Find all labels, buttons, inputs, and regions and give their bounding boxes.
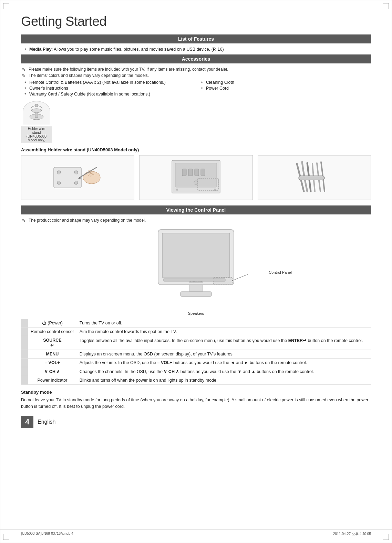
control-panel-section: Viewing the Control Panel The product co…	[21, 205, 371, 428]
holder-wire-section: Holder wire stand (UN40D5003 Model only)	[21, 101, 371, 143]
svg-point-8	[74, 181, 78, 184]
assembling-svg-2	[165, 157, 227, 198]
svg-point-20	[176, 189, 178, 191]
row-label-2: Remote control sensor	[28, 328, 77, 336]
accessory-item-1: Remote Control & Batteries (AAA x 2) (No…	[24, 80, 194, 85]
row-desc-4: Displays an on-screen menu, the OSD (on …	[77, 350, 371, 359]
svg-rect-17	[195, 169, 199, 176]
control-panel-label: Control Panel	[269, 270, 292, 274]
accessories-note1: Please make sure the following items are…	[21, 67, 371, 72]
table-row: ∨ CH ∧ Changes the channels. In the OSD,…	[21, 367, 371, 376]
viewing-control-panel-header: Viewing the Control Panel	[21, 205, 371, 214]
accessories-list-2: Cleaning Cloth Power Cord	[201, 80, 371, 91]
standby-title: Standby mode	[21, 390, 371, 395]
accessories-list-1: Remote Control & Batteries (AAA x 2) (No…	[24, 80, 194, 97]
tv-diagram-svg: SAMSUNG	[141, 226, 251, 305]
table-row: SOURCE↵ Toggles between all the availabl…	[21, 336, 371, 350]
holder-wire-caption: Holder wire stand (UN40D5003 Model only)	[21, 126, 52, 143]
holder-wire-imgbox	[23, 101, 50, 125]
row-color-4	[21, 350, 28, 359]
assembling-images	[21, 155, 371, 200]
svg-point-6	[74, 171, 78, 174]
accessories-note2: The items' colors and shapes may vary de…	[21, 73, 371, 78]
assembling-img-2	[139, 155, 252, 200]
table-row: Remote control sensor Aim the remote con…	[21, 328, 371, 336]
row-color-7	[21, 376, 28, 385]
row-desc-1: Turns the TV on or off.	[77, 319, 371, 328]
row-label-1: ⏻ (Power)	[28, 319, 77, 328]
table-row: Power Indicator Blinks and turns off whe…	[21, 376, 371, 385]
row-color-2	[21, 328, 28, 336]
assembling-img-3	[258, 155, 371, 200]
accessories-header: Accessories	[21, 54, 371, 63]
standby-text: Do not leave your TV in standby mode for…	[21, 397, 371, 410]
accessories-col1: Remote Control & Batteries (AAA x 2) (No…	[24, 80, 194, 98]
svg-point-3	[35, 104, 38, 107]
control-table: ⏻ (Power) Turns the TV on or off. Remote…	[21, 319, 371, 385]
table-row: ⏻ (Power) Turns the TV on or off.	[21, 319, 371, 328]
svg-point-2	[32, 109, 41, 113]
row-color-6	[21, 367, 28, 376]
accessories-col2: Cleaning Cloth Power Cord	[201, 80, 371, 98]
page-number: 4	[21, 416, 33, 428]
assembling-svg-1	[50, 157, 105, 198]
vol-bold: – VOL+	[157, 360, 172, 365]
footer-file-info: [UD5003-SA]BN68-03716A.indb 4	[21, 532, 73, 536]
page-title: Getting Started	[21, 14, 371, 29]
row-label-5: – VOL+	[28, 359, 77, 367]
feature-text-1: : Allows you to play some music files, p…	[52, 47, 224, 52]
row-color-5	[21, 359, 28, 367]
accessory-item-3: Warranty Card / Safety Guide (Not availa…	[24, 92, 194, 97]
row-color-1	[21, 319, 28, 328]
accessories-grid: Remote Control & Batteries (AAA x 2) (No…	[24, 80, 371, 98]
control-table-body: ⏻ (Power) Turns the TV on or off. Remote…	[21, 319, 371, 385]
features-list: Media Play: Allows you to play some musi…	[24, 47, 371, 52]
speakers-label: Speakers	[21, 311, 371, 315]
table-row: MENU Displays an on-screen menu, the OSD…	[21, 350, 371, 359]
row-desc-7: Blinks and turns off when the power is o…	[77, 376, 371, 385]
control-panel-note: The product color and shape may vary dep…	[21, 218, 371, 223]
svg-rect-31	[163, 279, 225, 281]
assembling-img-1	[21, 155, 134, 200]
svg-point-7	[57, 181, 61, 184]
ch-bold: ∨ CH ∧	[164, 369, 179, 374]
assembling-title: Assembling Holder-wire stand (UN40D5003 …	[21, 147, 371, 152]
holder-caption-line2: (UN40D5003 Model only)	[23, 134, 50, 142]
enter-bold: ENTER↵	[288, 338, 307, 343]
language-label: English	[38, 419, 55, 425]
row-desc-2: Aim the remote control towards this spot…	[77, 328, 371, 336]
page: Getting Started List of Features Media P…	[0, 0, 392, 543]
feature-bold-1: Media Play	[29, 47, 52, 52]
holder-wire-img: Holder wire stand (UN40D5003 Model only)	[21, 101, 52, 143]
row-desc-5: Adjusts the volume. In the OSD, use the …	[77, 359, 371, 367]
svg-rect-4	[54, 167, 81, 188]
row-label-4: MENU	[28, 350, 77, 359]
svg-rect-15	[182, 169, 186, 176]
footer-bar: [UD5003-SA]BN68-03716A.indb 4 2011-04-27…	[0, 530, 392, 536]
svg-rect-27	[180, 292, 212, 296]
accessory-item-4: Cleaning Cloth	[201, 80, 371, 85]
page-number-line: 4 English	[21, 416, 371, 428]
svg-point-5	[57, 171, 61, 174]
holder-wire-svg	[25, 104, 48, 122]
list-of-features-header: List of Features	[21, 34, 371, 43]
row-label-7: Power Indicator	[28, 376, 77, 385]
svg-point-9	[83, 171, 100, 184]
holder-caption-line1: Holder wire stand	[23, 127, 50, 134]
svg-rect-18	[201, 169, 205, 176]
svg-rect-26	[189, 285, 203, 292]
svg-rect-23	[299, 176, 324, 180]
svg-rect-25	[162, 233, 230, 278]
svg-line-32	[232, 274, 248, 281]
table-row: – VOL+ Adjusts the volume. In the OSD, u…	[21, 359, 371, 367]
row-label-3: SOURCE↵	[28, 336, 77, 350]
svg-rect-16	[188, 169, 193, 176]
accessory-item-2: Owner's Instructions	[24, 86, 194, 91]
assembling-svg-3	[290, 157, 338, 198]
footer-date-info: 2011-04-27 오후 4:40:05	[333, 532, 371, 536]
row-color-3	[21, 336, 28, 350]
row-label-6: ∨ CH ∧	[28, 367, 77, 376]
feature-item-1: Media Play: Allows you to play some musi…	[24, 47, 371, 52]
row-desc-3: Toggles between all the available input …	[77, 336, 371, 350]
accessory-item-5: Power Cord	[201, 86, 371, 91]
